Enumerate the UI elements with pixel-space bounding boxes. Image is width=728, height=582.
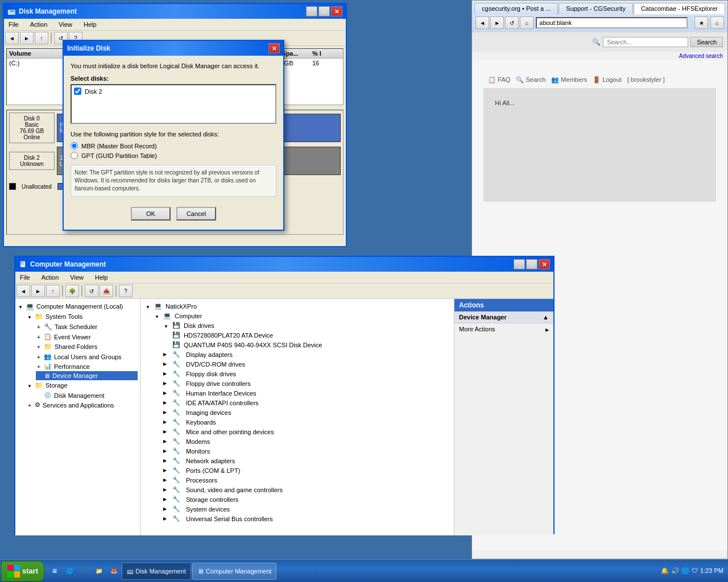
- tree-root[interactable]: Computer Management (Local): [18, 301, 138, 311]
- close-btn[interactable]: ✕: [331, 6, 342, 16]
- search-input[interactable]: [603, 37, 688, 47]
- category-expand-icon[interactable]: ▶: [163, 410, 167, 415]
- home-btn[interactable]: ⌂: [520, 16, 533, 29]
- category-item[interactable]: ▶🔧Human Interface Devices: [161, 388, 452, 398]
- task-scheduler-item[interactable]: + Task Scheduler: [36, 322, 138, 332]
- comp-help-btn[interactable]: ?: [119, 285, 133, 297]
- system-tools-item[interactable]: System Tools: [27, 311, 138, 322]
- back-btn[interactable]: ◄: [475, 16, 489, 29]
- comp-fwd-btn[interactable]: ►: [31, 285, 45, 297]
- actions-collapse-icon[interactable]: ▲: [543, 314, 549, 321]
- tray-icon3[interactable]: 🌐: [681, 567, 689, 575]
- minimize-btn[interactable]: _: [306, 6, 317, 16]
- event-expand[interactable]: +: [36, 334, 42, 340]
- disk-management-item[interactable]: 💿 Disk Management: [36, 390, 138, 400]
- tray-icon1[interactable]: 🔔: [661, 567, 669, 575]
- comp-export-btn[interactable]: 📤: [100, 285, 113, 297]
- device-root[interactable]: 💻 NatickXPro: [143, 301, 452, 311]
- category-item[interactable]: ▶🔧Keyboards: [161, 417, 452, 427]
- star-btn[interactable]: ★: [694, 16, 708, 29]
- device-manager-item[interactable]: 🖥 Device Manager: [36, 371, 138, 380]
- category-expand-icon[interactable]: ▶: [163, 477, 167, 483]
- tray-icon2[interactable]: 🔊: [671, 567, 679, 575]
- comp-maximize-btn[interactable]: □: [526, 259, 537, 269]
- storage-expand[interactable]: [27, 382, 32, 389]
- category-item[interactable]: ▶🔧Ports (COM & LPT): [161, 465, 452, 475]
- comp-help-menu[interactable]: Help: [93, 273, 110, 282]
- disk2-select-item[interactable]: Disk 2: [74, 88, 273, 95]
- up-toolbar-btn[interactable]: ↑: [35, 32, 48, 44]
- category-item[interactable]: ▶🔧Mice and other pointing devices: [161, 427, 452, 436]
- comp-minimize-btn[interactable]: _: [514, 259, 525, 269]
- category-expand-icon[interactable]: ▶: [163, 497, 167, 502]
- disk2-checkbox[interactable]: [74, 88, 81, 95]
- comp-close-btn[interactable]: ✕: [539, 259, 550, 269]
- address-bar[interactable]: about:blank: [536, 17, 688, 28]
- taskbar-comp-mgmt[interactable]: 🖥 Computer Management: [192, 563, 277, 580]
- faq-link[interactable]: 📋 FAQ: [488, 76, 510, 84]
- init-dialog-close[interactable]: ✕: [268, 43, 280, 53]
- disk-select-list[interactable]: Disk 2: [71, 84, 276, 124]
- gpt-radio[interactable]: [71, 152, 78, 159]
- comp-refresh-btn[interactable]: ↺: [85, 285, 98, 297]
- advanced-search-link[interactable]: Advanced search: [472, 52, 727, 60]
- category-expand-icon[interactable]: ▶: [163, 448, 167, 454]
- cancel-button[interactable]: Cancel: [176, 207, 216, 221]
- category-expand-icon[interactable]: ▶: [163, 371, 167, 376]
- taskbar-disk-mgmt[interactable]: 🖴 Disk Management: [122, 563, 191, 580]
- category-item[interactable]: ▶🔧DVD/CD-ROM drives: [161, 359, 452, 369]
- comp-action-menu[interactable]: Action: [39, 273, 61, 282]
- view-menu[interactable]: View: [56, 20, 75, 29]
- mbr-option[interactable]: MBR (Master Boot Record): [71, 142, 276, 149]
- category-item[interactable]: ▶🔧Floppy drive controllers: [161, 379, 452, 388]
- category-expand-icon[interactable]: ▶: [163, 429, 167, 434]
- category-expand-icon[interactable]: ▶: [163, 468, 167, 473]
- category-expand-icon[interactable]: ▶: [163, 487, 167, 492]
- category-item[interactable]: ▶🔧Network adapters: [161, 456, 452, 465]
- more-actions-item[interactable]: More Actions: [454, 323, 553, 335]
- explorer-btn[interactable]: 📁: [92, 565, 106, 577]
- performance-item[interactable]: + 📊 Performance: [36, 361, 138, 371]
- help-menu[interactable]: Help: [81, 20, 99, 29]
- drive1-item[interactable]: 💾 HDS728080PLAT20 ATA Device: [170, 330, 452, 340]
- members-link[interactable]: 👥 Members: [551, 76, 587, 84]
- shared-expand[interactable]: +: [36, 343, 42, 350]
- device-root-expand[interactable]: [145, 303, 151, 310]
- root-expand[interactable]: [18, 303, 23, 310]
- comp-file-menu[interactable]: File: [18, 273, 32, 282]
- comp-view-menu[interactable]: View: [68, 273, 86, 282]
- services-item[interactable]: + ⚙ Services and Applications: [27, 400, 138, 410]
- category-expand-icon[interactable]: ▶: [163, 419, 167, 425]
- category-expand-icon[interactable]: ▶: [163, 352, 167, 357]
- users-expand[interactable]: +: [36, 354, 42, 360]
- user-link[interactable]: [ brookstyler ]: [627, 76, 665, 84]
- browser-tab-1[interactable]: cgsecurity.org • Post a ...: [474, 3, 558, 14]
- services-expand[interactable]: +: [27, 402, 32, 409]
- maximize-btn[interactable]: □: [318, 6, 330, 16]
- disk-drives-node[interactable]: 💾 Disk drives: [161, 321, 452, 330]
- storage-item[interactable]: Storage: [27, 380, 138, 390]
- fwd-toolbar-btn[interactable]: ►: [20, 32, 34, 44]
- file-menu[interactable]: File: [6, 20, 21, 29]
- forward-btn[interactable]: ►: [490, 16, 504, 29]
- search-link[interactable]: 🔍 Search: [516, 76, 545, 84]
- comp-show-tree[interactable]: 🌳: [65, 285, 79, 297]
- category-item[interactable]: ▶🔧Display adapters: [161, 350, 452, 359]
- computer-node[interactable]: 💻 Computer: [152, 311, 452, 321]
- tray-icon4[interactable]: 🛡: [692, 567, 698, 574]
- category-expand-icon[interactable]: ▶: [163, 381, 167, 386]
- logout-link[interactable]: 🚪 Logout: [593, 76, 622, 84]
- disk-drives-expand[interactable]: [163, 322, 169, 329]
- action-menu[interactable]: Action: [28, 20, 50, 29]
- event-viewer-item[interactable]: + 📋 Event Viewer: [36, 332, 138, 342]
- task-expand[interactable]: +: [36, 323, 42, 330]
- home2-btn[interactable]: ⌂: [710, 16, 724, 29]
- gpt-option[interactable]: GPT (GUID Partition Table): [71, 152, 276, 159]
- category-item[interactable]: ▶🔧Processors: [161, 475, 452, 485]
- perf-expand[interactable]: +: [36, 363, 42, 370]
- ok-button[interactable]: OK: [131, 207, 171, 221]
- refresh-btn[interactable]: ↺: [505, 16, 519, 29]
- local-users-item[interactable]: + 👥 Local Users and Groups: [36, 352, 138, 361]
- category-item[interactable]: ▶🔧Modems: [161, 436, 452, 446]
- search-button[interactable]: Search: [690, 37, 723, 47]
